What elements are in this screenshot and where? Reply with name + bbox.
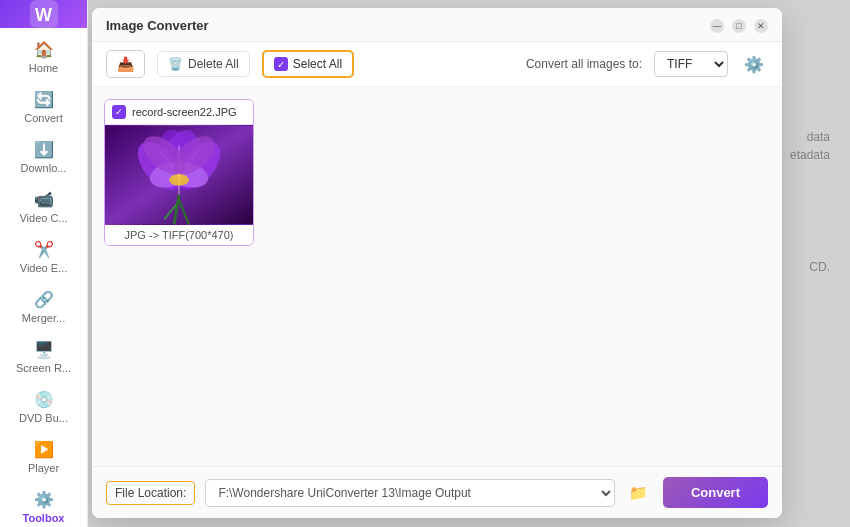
dialog-toolbar: 📥 🗑️ Delete All ✓ Select All Convert all… xyxy=(92,42,782,87)
window-controls: — □ ✕ xyxy=(710,19,768,33)
sidebar-item-convert[interactable]: 🔄 Convert xyxy=(0,82,87,132)
sidebar-item-label: Player xyxy=(28,462,59,474)
image-conversion-label: JPG -> TIFF(700*470) xyxy=(105,225,253,245)
sidebar-item-dvd[interactable]: 💿 DVD Bu... xyxy=(0,382,87,432)
svg-text:W: W xyxy=(35,5,52,25)
dialog-title: Image Converter xyxy=(106,18,209,33)
home-icon: 🏠 xyxy=(34,40,54,59)
delete-all-label: Delete All xyxy=(188,57,239,71)
dialog-overlay: Image Converter — □ ✕ 📥 🗑️ Delete All xyxy=(88,0,850,527)
sidebar-item-label: Toolbox xyxy=(23,512,65,524)
sidebar-item-label: Home xyxy=(29,62,58,74)
dialog-titlebar: Image Converter — □ ✕ xyxy=(92,8,782,42)
image-checkbox[interactable]: ✓ xyxy=(112,105,126,119)
merger-icon: 🔗 xyxy=(34,290,54,309)
image-card-header: ✓ record-screen22.JPG xyxy=(105,100,253,125)
image-filename: record-screen22.JPG xyxy=(132,106,237,118)
player-icon: ▶️ xyxy=(34,440,54,459)
toolbox-icon: ⚙️ xyxy=(34,490,54,509)
minimize-button[interactable]: — xyxy=(710,19,724,33)
file-location-label: File Location: xyxy=(106,481,195,505)
sidebar-item-label: Screen R... xyxy=(16,362,71,374)
sidebar-item-video-edit[interactable]: ✂️ Video E... xyxy=(0,232,87,282)
format-settings-button[interactable]: ⚙️ xyxy=(740,50,768,78)
image-converter-dialog: Image Converter — □ ✕ 📥 🗑️ Delete All xyxy=(92,8,782,518)
sidebar-item-toolbox[interactable]: ⚙️ Toolbox xyxy=(0,482,87,527)
select-all-button[interactable]: ✓ Select All xyxy=(262,50,354,78)
dialog-content-area: ✓ record-screen22.JPG xyxy=(92,87,782,466)
sidebar-item-label: Video C... xyxy=(19,212,67,224)
sidebar-item-label: Video E... xyxy=(20,262,68,274)
sidebar-item-merger[interactable]: 🔗 Merger... xyxy=(0,282,87,332)
maximize-button[interactable]: □ xyxy=(732,19,746,33)
sidebar-item-video-compress[interactable]: 📹 Video C... xyxy=(0,182,87,232)
convert-icon: 🔄 xyxy=(34,90,54,109)
format-select[interactable]: TIFF JPG PNG BMP GIF WEBP xyxy=(654,51,728,77)
sidebar-item-player[interactable]: ▶️ Player xyxy=(0,432,87,482)
sidebar-item-label: Convert xyxy=(24,112,63,124)
image-thumbnail xyxy=(105,125,253,225)
close-button[interactable]: ✕ xyxy=(754,19,768,33)
add-images-button[interactable]: 📥 xyxy=(106,50,145,78)
video-edit-icon: ✂️ xyxy=(34,240,54,259)
sidebar-item-home[interactable]: 🏠 Home xyxy=(0,32,87,82)
dvd-icon: 💿 xyxy=(34,390,54,409)
svg-point-12 xyxy=(169,174,189,186)
checkbox-checked-icon: ✓ xyxy=(274,57,288,71)
delete-all-button[interactable]: 🗑️ Delete All xyxy=(157,51,250,77)
delete-icon: 🗑️ xyxy=(168,57,183,71)
convert-button[interactable]: Convert xyxy=(663,477,768,508)
image-card: ✓ record-screen22.JPG xyxy=(104,99,254,246)
app-logo: W xyxy=(0,0,87,28)
screen-icon: 🖥️ xyxy=(34,340,54,359)
sidebar-item-screen[interactable]: 🖥️ Screen R... xyxy=(0,332,87,382)
dialog-footer: File Location: F:\Wondershare UniConvert… xyxy=(92,466,782,518)
convert-all-images-label: Convert all images to: xyxy=(526,57,642,71)
sidebar-item-label: Downlo... xyxy=(21,162,67,174)
video-compress-icon: 📹 xyxy=(34,190,54,209)
sidebar-item-download[interactable]: ⬇️ Downlo... xyxy=(0,132,87,182)
sidebar: W 🏠 Home 🔄 Convert ⬇️ Downlo... 📹 Video … xyxy=(0,0,88,527)
sidebar-item-label: DVD Bu... xyxy=(19,412,68,424)
output-path-select[interactable]: F:\Wondershare UniConverter 13\Image Out… xyxy=(205,479,615,507)
main-content: data etadata CD. Image Converter — □ ✕ 📥 xyxy=(88,0,850,527)
download-icon: ⬇️ xyxy=(34,140,54,159)
add-images-icon: 📥 xyxy=(117,56,134,72)
select-all-label: Select All xyxy=(293,57,342,71)
sidebar-item-label: Merger... xyxy=(22,312,65,324)
browse-folder-button[interactable]: 📁 xyxy=(625,479,653,507)
